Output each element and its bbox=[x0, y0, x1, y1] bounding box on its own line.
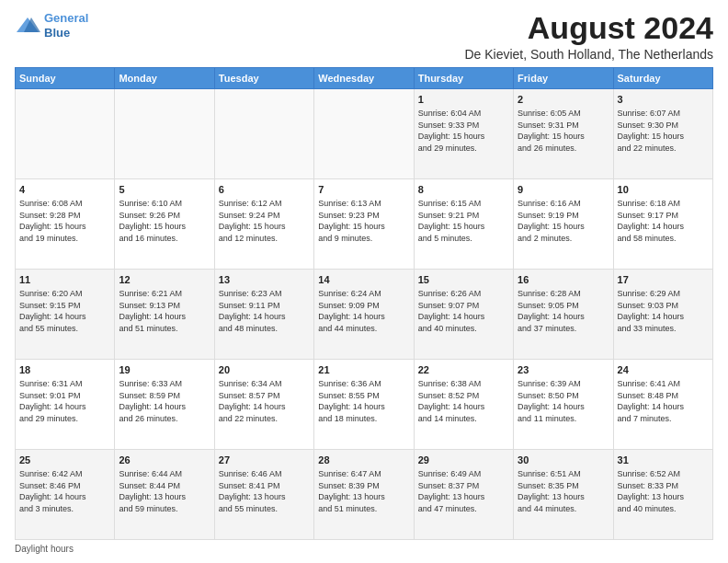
logo-icon bbox=[15, 16, 40, 36]
day-info: Sunrise: 6:10 AM Sunset: 9:26 PM Dayligh… bbox=[119, 198, 210, 244]
day-info: Sunrise: 6:12 AM Sunset: 9:24 PM Dayligh… bbox=[219, 198, 310, 244]
day-info: Sunrise: 6:20 AM Sunset: 9:15 PM Dayligh… bbox=[19, 288, 110, 334]
calendar-header-row: SundayMondayTuesdayWednesdayThursdayFrid… bbox=[16, 68, 713, 89]
day-info: Sunrise: 6:15 AM Sunset: 9:21 PM Dayligh… bbox=[418, 198, 509, 244]
day-info: Sunrise: 6:52 AM Sunset: 8:33 PM Dayligh… bbox=[618, 468, 709, 514]
day-number: 21 bbox=[318, 363, 409, 377]
day-number: 10 bbox=[618, 183, 709, 197]
main-title: August 2024 bbox=[464, 11, 713, 45]
day-number: 23 bbox=[518, 363, 609, 377]
day-number: 18 bbox=[19, 363, 110, 377]
day-info: Sunrise: 6:05 AM Sunset: 9:31 PM Dayligh… bbox=[518, 108, 609, 154]
calendar-day-cell: 13Sunrise: 6:23 AM Sunset: 9:11 PM Dayli… bbox=[214, 270, 313, 360]
logo: General Blue bbox=[15, 11, 88, 40]
calendar-day-header: Sunday bbox=[16, 68, 115, 89]
day-info: Sunrise: 6:36 AM Sunset: 8:55 PM Dayligh… bbox=[318, 378, 409, 424]
day-number: 6 bbox=[219, 183, 310, 197]
day-number: 28 bbox=[318, 454, 409, 467]
day-info: Sunrise: 6:39 AM Sunset: 8:50 PM Dayligh… bbox=[518, 378, 609, 424]
subtitle: De Kieviet, South Holland, The Netherlan… bbox=[464, 47, 713, 62]
day-info: Sunrise: 6:04 AM Sunset: 9:33 PM Dayligh… bbox=[418, 108, 509, 154]
calendar-day-cell: 22Sunrise: 6:38 AM Sunset: 8:52 PM Dayli… bbox=[414, 360, 513, 450]
day-number: 2 bbox=[518, 93, 609, 107]
calendar-day-cell: 31Sunrise: 6:52 AM Sunset: 8:33 PM Dayli… bbox=[613, 450, 712, 540]
calendar-day-cell: 20Sunrise: 6:34 AM Sunset: 8:57 PM Dayli… bbox=[214, 360, 313, 450]
calendar-day-cell: 11Sunrise: 6:20 AM Sunset: 9:15 PM Dayli… bbox=[16, 270, 115, 360]
calendar-day-cell: 17Sunrise: 6:29 AM Sunset: 9:03 PM Dayli… bbox=[613, 270, 712, 360]
day-info: Sunrise: 6:51 AM Sunset: 8:35 PM Dayligh… bbox=[518, 468, 609, 514]
calendar-day-cell: 4Sunrise: 6:08 AM Sunset: 9:28 PM Daylig… bbox=[16, 179, 115, 270]
title-block: August 2024 De Kieviet, South Holland, T… bbox=[464, 11, 713, 62]
day-number: 8 bbox=[418, 183, 509, 197]
day-number: 27 bbox=[219, 454, 310, 467]
day-number: 4 bbox=[19, 183, 110, 197]
day-info: Sunrise: 6:21 AM Sunset: 9:13 PM Dayligh… bbox=[119, 288, 210, 334]
calendar-day-cell: 14Sunrise: 6:24 AM Sunset: 9:09 PM Dayli… bbox=[314, 270, 414, 360]
day-number: 26 bbox=[119, 454, 210, 467]
day-number: 13 bbox=[219, 273, 310, 287]
day-info: Sunrise: 6:31 AM Sunset: 9:01 PM Dayligh… bbox=[19, 378, 110, 424]
calendar-day-cell bbox=[115, 89, 214, 179]
day-number: 20 bbox=[219, 363, 310, 377]
page: General Blue August 2024 De Kieviet, Sou… bbox=[0, 0, 728, 563]
day-info: Sunrise: 6:29 AM Sunset: 9:03 PM Dayligh… bbox=[618, 288, 709, 334]
footer-note: Daylight hours bbox=[15, 544, 713, 554]
calendar-day-cell: 16Sunrise: 6:28 AM Sunset: 9:05 PM Dayli… bbox=[514, 270, 613, 360]
calendar-day-cell: 30Sunrise: 6:51 AM Sunset: 8:35 PM Dayli… bbox=[514, 450, 613, 540]
day-info: Sunrise: 6:23 AM Sunset: 9:11 PM Dayligh… bbox=[219, 288, 310, 334]
day-info: Sunrise: 6:42 AM Sunset: 8:46 PM Dayligh… bbox=[19, 468, 110, 514]
calendar-day-header: Friday bbox=[514, 68, 613, 89]
day-number: 15 bbox=[418, 273, 509, 287]
calendar-day-header: Wednesday bbox=[314, 68, 414, 89]
day-number: 12 bbox=[119, 273, 210, 287]
day-number: 11 bbox=[19, 273, 110, 287]
calendar-week-row: 1Sunrise: 6:04 AM Sunset: 9:33 PM Daylig… bbox=[16, 89, 713, 179]
day-info: Sunrise: 6:13 AM Sunset: 9:23 PM Dayligh… bbox=[318, 198, 409, 244]
day-info: Sunrise: 6:07 AM Sunset: 9:30 PM Dayligh… bbox=[618, 108, 709, 154]
logo-text: General Blue bbox=[44, 11, 88, 40]
day-number: 3 bbox=[618, 93, 709, 107]
day-number: 16 bbox=[518, 273, 609, 287]
day-number: 22 bbox=[418, 363, 509, 377]
day-number: 1 bbox=[418, 93, 509, 107]
calendar-week-row: 4Sunrise: 6:08 AM Sunset: 9:28 PM Daylig… bbox=[16, 179, 713, 270]
calendar-day-cell bbox=[314, 89, 414, 179]
day-info: Sunrise: 6:26 AM Sunset: 9:07 PM Dayligh… bbox=[418, 288, 509, 334]
calendar-week-row: 11Sunrise: 6:20 AM Sunset: 9:15 PM Dayli… bbox=[16, 270, 713, 360]
calendar-day-cell: 24Sunrise: 6:41 AM Sunset: 8:48 PM Dayli… bbox=[613, 360, 712, 450]
calendar-day-cell: 23Sunrise: 6:39 AM Sunset: 8:50 PM Dayli… bbox=[514, 360, 613, 450]
day-info: Sunrise: 6:44 AM Sunset: 8:44 PM Dayligh… bbox=[119, 468, 210, 514]
header: General Blue August 2024 De Kieviet, Sou… bbox=[15, 11, 713, 62]
day-info: Sunrise: 6:08 AM Sunset: 9:28 PM Dayligh… bbox=[19, 198, 110, 244]
day-info: Sunrise: 6:33 AM Sunset: 8:59 PM Dayligh… bbox=[119, 378, 210, 424]
calendar-day-cell: 9Sunrise: 6:16 AM Sunset: 9:19 PM Daylig… bbox=[514, 179, 613, 270]
day-number: 24 bbox=[618, 363, 709, 377]
day-info: Sunrise: 6:24 AM Sunset: 9:09 PM Dayligh… bbox=[318, 288, 409, 334]
calendar-day-cell: 7Sunrise: 6:13 AM Sunset: 9:23 PM Daylig… bbox=[314, 179, 414, 270]
calendar-day-cell: 26Sunrise: 6:44 AM Sunset: 8:44 PM Dayli… bbox=[115, 450, 214, 540]
calendar-day-header: Monday bbox=[115, 68, 214, 89]
calendar-day-cell: 27Sunrise: 6:46 AM Sunset: 8:41 PM Dayli… bbox=[214, 450, 313, 540]
calendar-week-row: 25Sunrise: 6:42 AM Sunset: 8:46 PM Dayli… bbox=[16, 450, 713, 540]
calendar-day-cell: 21Sunrise: 6:36 AM Sunset: 8:55 PM Dayli… bbox=[314, 360, 414, 450]
day-number: 7 bbox=[318, 183, 409, 197]
day-number: 31 bbox=[618, 454, 709, 467]
day-info: Sunrise: 6:16 AM Sunset: 9:19 PM Dayligh… bbox=[518, 198, 609, 244]
day-info: Sunrise: 6:47 AM Sunset: 8:39 PM Dayligh… bbox=[318, 468, 409, 514]
day-info: Sunrise: 6:46 AM Sunset: 8:41 PM Dayligh… bbox=[219, 468, 310, 514]
day-number: 5 bbox=[119, 183, 210, 197]
day-number: 9 bbox=[518, 183, 609, 197]
day-info: Sunrise: 6:18 AM Sunset: 9:17 PM Dayligh… bbox=[618, 198, 709, 244]
day-info: Sunrise: 6:34 AM Sunset: 8:57 PM Dayligh… bbox=[219, 378, 310, 424]
calendar-table: SundayMondayTuesdayWednesdayThursdayFrid… bbox=[15, 67, 713, 540]
day-info: Sunrise: 6:28 AM Sunset: 9:05 PM Dayligh… bbox=[518, 288, 609, 334]
calendar-day-cell: 6Sunrise: 6:12 AM Sunset: 9:24 PM Daylig… bbox=[214, 179, 313, 270]
calendar-day-cell: 28Sunrise: 6:47 AM Sunset: 8:39 PM Dayli… bbox=[314, 450, 414, 540]
calendar-day-cell: 12Sunrise: 6:21 AM Sunset: 9:13 PM Dayli… bbox=[115, 270, 214, 360]
calendar-week-row: 18Sunrise: 6:31 AM Sunset: 9:01 PM Dayli… bbox=[16, 360, 713, 450]
calendar-day-header: Saturday bbox=[613, 68, 712, 89]
day-number: 14 bbox=[318, 273, 409, 287]
day-info: Sunrise: 6:49 AM Sunset: 8:37 PM Dayligh… bbox=[418, 468, 509, 514]
calendar-day-cell: 29Sunrise: 6:49 AM Sunset: 8:37 PM Dayli… bbox=[414, 450, 513, 540]
calendar-day-cell: 8Sunrise: 6:15 AM Sunset: 9:21 PM Daylig… bbox=[414, 179, 513, 270]
